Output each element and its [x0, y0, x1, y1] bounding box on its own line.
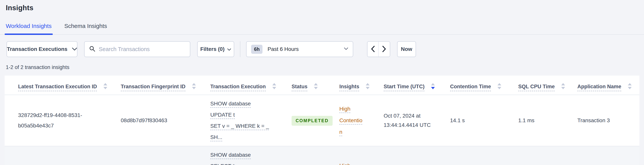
transaction-execution-link[interactable]: SHOW database UPDATE t: [210, 101, 251, 118]
time-range-badge: 6h: [251, 45, 262, 54]
cell-execution-id: 328729d2-ff19-4408-8531-b05a5b4e43c7: [4, 95, 107, 146]
tab-bar: Workload Insights Schema Insights: [0, 23, 644, 35]
next-time-button[interactable]: [378, 42, 390, 57]
sort-icon: [366, 83, 370, 89]
toolbar-divider: [240, 41, 240, 57]
table-row: 328729d2-ff19-4408-8531-b05a5b4e43c7 08d…: [4, 95, 640, 146]
sort-icon: [192, 83, 196, 89]
tab-schema-insights[interactable]: Schema Insights: [64, 23, 107, 34]
chevron-down-icon: [72, 46, 77, 52]
now-button[interactable]: Now: [397, 41, 416, 57]
sort-icon: [628, 83, 632, 89]
transaction-execution-link[interactable]: SHOW database SELECT *: [210, 152, 251, 165]
cell-execution-id: 452da3e7-e7fa-4801-aa40-c59988d14eb6: [4, 146, 107, 165]
cell-start-time: Oct 07, 2024 at 13:44:14.4414 UTC: [370, 95, 436, 146]
cell-fingerprint-id: 480a8b217be006fe: [107, 146, 197, 165]
chevron-right-icon: [382, 46, 386, 53]
high-contention-link[interactable]: High Contention: [339, 163, 362, 165]
search-icon: [89, 46, 95, 53]
search-input[interactable]: [99, 46, 185, 52]
search-box: [84, 41, 190, 57]
column-header-application-name[interactable]: Application Name: [564, 76, 640, 95]
column-header-transaction-fingerprint-id[interactable]: Transaction Fingerprint ID: [107, 76, 197, 95]
transaction-execution-link[interactable]: SET v = _ WHERE k = _ SH...: [210, 123, 269, 140]
column-header-contention-time[interactable]: Contention Time: [436, 76, 505, 95]
sort-icon: [314, 83, 318, 89]
chevron-down-icon: [227, 46, 231, 52]
column-header-start-time[interactable]: Start Time (UTC): [370, 76, 436, 95]
cell-status: COMPLETED: [278, 146, 326, 165]
cell-contention-time: 21.3 s: [436, 146, 505, 165]
execution-type-dropdown-label: Transaction Executions: [7, 46, 68, 52]
cell-status: COMPLETED: [278, 95, 326, 146]
sort-icon: [272, 83, 276, 89]
toolbar: Transaction Executions Filters (0) 6h Pa…: [6, 41, 644, 57]
filters-dropdown-label: Filters (0): [200, 46, 224, 52]
filters-dropdown[interactable]: Filters (0): [197, 41, 234, 57]
time-range-label: Past 6 Hours: [268, 46, 344, 52]
column-header-transaction-execution[interactable]: Transaction Execution: [197, 76, 278, 95]
cell-start-time: Oct 07, 2024 at 13:44:07.447 UTC: [370, 146, 436, 165]
sort-icon-active-desc: [431, 83, 435, 89]
cell-sql-cpu-time: 1.1 ms: [505, 95, 564, 146]
chevron-left-icon: [371, 46, 375, 53]
cell-transaction-execution: SHOW database UPDATE t SET v = _ WHERE k…: [197, 95, 278, 146]
cell-contention-time: 14.1 s: [436, 95, 505, 146]
status-badge: COMPLETED: [292, 116, 332, 126]
column-header-status[interactable]: Status: [278, 76, 326, 95]
column-header-insights[interactable]: Insights: [326, 76, 370, 95]
insights-page: Insights Workload Insights Schema Insigh…: [0, 0, 644, 165]
cell-insights: High Contention: [326, 146, 370, 165]
cell-transaction-execution: SHOW database SELECT * FROM t WHERE k = …: [197, 146, 278, 165]
table-header-row: Latest Transaction Execution ID Transact…: [4, 76, 640, 95]
cell-fingerprint-id: 08d8b7d97f830463: [107, 95, 197, 146]
sort-icon: [104, 83, 107, 89]
page-title: Insights: [0, 0, 644, 12]
insights-table-card: Latest Transaction Execution ID Transact…: [4, 76, 640, 165]
cell-sql-cpu-time: 716.3 µs: [505, 146, 564, 165]
time-pager: [367, 41, 390, 57]
column-header-latest-transaction-execution-id[interactable]: Latest Transaction Execution ID: [4, 76, 107, 95]
execution-type-dropdown[interactable]: Transaction Executions: [6, 41, 78, 57]
sort-icon: [498, 83, 501, 89]
high-contention-link[interactable]: High Contention: [339, 106, 362, 135]
cell-application-name: Transaction 2: [564, 146, 640, 165]
tab-workload-insights[interactable]: Workload Insights: [6, 23, 52, 34]
sort-icon: [561, 83, 565, 89]
previous-time-button[interactable]: [368, 42, 378, 57]
cell-application-name: Transaction 3: [564, 95, 640, 146]
results-count: 1-2 of 2 transaction insights: [6, 64, 644, 70]
time-range-picker[interactable]: 6h Past 6 Hours: [246, 41, 353, 57]
chevron-down-icon: [344, 47, 348, 51]
transaction-insights-table: Latest Transaction Execution ID Transact…: [4, 76, 640, 165]
table-row: 452da3e7-e7fa-4801-aa40-c59988d14eb6 480…: [4, 146, 640, 165]
column-header-sql-cpu-time[interactable]: SQL CPU Time: [505, 76, 564, 95]
